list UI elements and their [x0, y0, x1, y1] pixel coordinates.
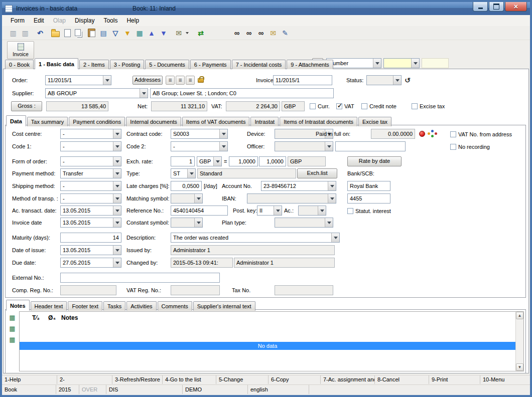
ac-transact-date-dropdown-arrow[interactable]: [113, 206, 121, 215]
notebook-icon[interactable]: [98, 28, 108, 38]
external-no-field[interactable]: [60, 273, 220, 283]
invoice-number-field[interactable]: 11/2015/1: [273, 75, 332, 85]
tab-header-text[interactable]: Header text: [31, 301, 67, 311]
menu-form[interactable]: Form: [6, 15, 29, 26]
addresses-button[interactable]: Addresses: [132, 76, 163, 85]
matching-symbol-combo[interactable]: [171, 193, 203, 204]
payment-method-combo[interactable]: Transfer: [60, 168, 121, 178]
tab-attachments[interactable]: 9 - Attachments: [287, 60, 333, 69]
fkey-cancel[interactable]: 8-Cancel: [375, 375, 429, 384]
fkey-2[interactable]: 2-: [57, 375, 112, 384]
new-document-icon[interactable]: [62, 28, 72, 38]
exch-list-button[interactable]: Exch.list: [297, 168, 337, 178]
save-icon[interactable]: [8, 28, 18, 38]
find-next-icon[interactable]: [244, 28, 254, 38]
matching-symbol-dropdown-arrow[interactable]: [194, 194, 202, 203]
tab-incidental-costs[interactable]: 7 - Incidental costs: [232, 60, 286, 69]
tab-items-intrastat-documents[interactable]: Items of Intrastat documents: [280, 117, 357, 126]
fkey-print[interactable]: 9-Print: [429, 375, 480, 384]
tab-excise-tax[interactable]: Excise tax: [358, 117, 391, 126]
tab-notes[interactable]: Notes: [6, 300, 30, 311]
credit-note-checkbox[interactable]: Credit note: [361, 103, 396, 110]
find-special-icon[interactable]: [256, 28, 266, 38]
order-dropdown-arrow[interactable]: [103, 76, 111, 85]
curr-checkbox[interactable]: Curr.: [310, 103, 330, 110]
tab-documents[interactable]: 5 - Documents: [145, 60, 189, 69]
tab-internal-documents[interactable]: Internal documents: [126, 117, 181, 126]
reference-no-field[interactable]: 4540140454: [171, 206, 228, 216]
tab-items-vat-documents[interactable]: Items of VAT documents: [182, 117, 250, 126]
copy-icon[interactable]: [74, 28, 84, 38]
move-down-icon[interactable]: [159, 28, 169, 38]
cost-centre-dropdown-arrow[interactable]: [113, 129, 121, 138]
scroll-up-icon[interactable]: ▲: [516, 312, 523, 319]
no-recording-checkbox[interactable]: No recording: [450, 143, 490, 150]
envelope-icon[interactable]: [268, 28, 278, 38]
code2-combo[interactable]: -: [171, 141, 228, 151]
tab-payment-conditions[interactable]: Payment conditions: [69, 117, 125, 126]
ac-dropdown-arrow[interactable]: [318, 206, 326, 215]
open-folder-icon[interactable]: [50, 28, 60, 38]
fkey-refresh[interactable]: 3-Refresh/Restore: [112, 375, 163, 384]
tab-footer-text[interactable]: Footer text: [68, 301, 102, 311]
method-of-transp-combo[interactable]: -: [60, 193, 121, 204]
mail-send-icon[interactable]: [174, 28, 184, 38]
status-dropdown-arrow[interactable]: [393, 76, 401, 85]
ac-transact-date-combo[interactable]: 13.05.2015: [60, 206, 121, 216]
excise-tax-checkbox[interactable]: Excise tax: [412, 103, 445, 110]
late-charges-field[interactable]: 0,0500: [171, 181, 202, 191]
address-view-button-3[interactable]: [186, 76, 195, 85]
iban-dropdown-arrow[interactable]: [328, 194, 336, 203]
statut-interest-checkbox[interactable]: Statut. interest: [347, 208, 391, 215]
tab-suppliers-internal-text[interactable]: Supplier's internal text: [193, 301, 255, 311]
plan-type-combo[interactable]: [275, 218, 333, 228]
minimize-button[interactable]: [473, 2, 488, 12]
tab-basic-data[interactable]: 1 - Basic data: [35, 58, 78, 69]
gross-button[interactable]: Gross :: [11, 101, 42, 111]
notes-scrollbar[interactable]: ▲ ▼: [515, 312, 523, 371]
due-date-dropdown-arrow[interactable]: [113, 258, 121, 267]
paste-icon[interactable]: [86, 28, 96, 38]
date-of-issue-dropdown-arrow[interactable]: [113, 246, 121, 255]
post-key-dropdown-arrow[interactable]: [274, 206, 282, 215]
search-mode-combo[interactable]: Number: [326, 58, 381, 68]
compose-icon[interactable]: [280, 28, 290, 38]
menu-display[interactable]: Display: [70, 15, 99, 26]
plan-type-dropdown-arrow[interactable]: [325, 218, 333, 227]
tab-comments[interactable]: Comments: [158, 301, 192, 311]
vat-checkbox[interactable]: VAT: [336, 103, 354, 110]
tab-payments[interactable]: 6 - Payments: [190, 60, 231, 69]
contract-code-combo[interactable]: S0003: [171, 129, 228, 139]
constant-symbol-dropdown-arrow[interactable]: [194, 218, 202, 227]
address-view-button-1[interactable]: [166, 76, 175, 85]
tab-book[interactable]: 0 - Book: [5, 60, 34, 69]
tab-intrastat[interactable]: Intrastat: [250, 117, 279, 126]
post-key-combo[interactable]: II: [257, 206, 282, 216]
rate-by-date-button[interactable]: Rate by date: [347, 156, 402, 166]
invoice-date-dropdown-arrow[interactable]: [113, 218, 121, 227]
account-no-combo[interactable]: 23-89456712: [261, 181, 336, 191]
mail-send-dropdown-icon[interactable]: [186, 28, 190, 38]
due-date-combo[interactable]: 27.05.2015: [60, 258, 121, 268]
constant-symbol-combo[interactable]: [171, 218, 203, 228]
tab-items[interactable]: 2 - Items: [79, 60, 109, 69]
rate1-field[interactable]: 1,0000: [229, 156, 258, 166]
exch-currency-combo[interactable]: GBP: [197, 156, 222, 166]
officer-dropdown-arrow[interactable]: [325, 142, 333, 151]
invoice-button[interactable]: Invoice: [7, 41, 34, 59]
menu-help[interactable]: Help: [122, 15, 144, 26]
no-data-row[interactable]: No data: [20, 342, 515, 350]
iban-combo[interactable]: [247, 193, 336, 204]
filter-icon[interactable]: [110, 28, 120, 38]
officer-combo[interactable]: [275, 141, 333, 151]
exch-rate-field[interactable]: 1: [171, 156, 195, 166]
supplier-combo[interactable]: AB GROUP: [45, 88, 148, 98]
notes-table-icon[interactable]: [8, 313, 17, 322]
move-up-icon[interactable]: [147, 28, 157, 38]
bank-name-field[interactable]: Royal Bank: [347, 181, 390, 191]
close-button[interactable]: [505, 2, 527, 12]
vat-no-from-address-checkbox[interactable]: VAT No. from address: [450, 131, 512, 138]
quick-search-dropdown-arrow[interactable]: [411, 59, 419, 68]
account-no-dropdown-arrow[interactable]: [328, 181, 336, 190]
notes-export-table-icon[interactable]: [8, 335, 17, 344]
